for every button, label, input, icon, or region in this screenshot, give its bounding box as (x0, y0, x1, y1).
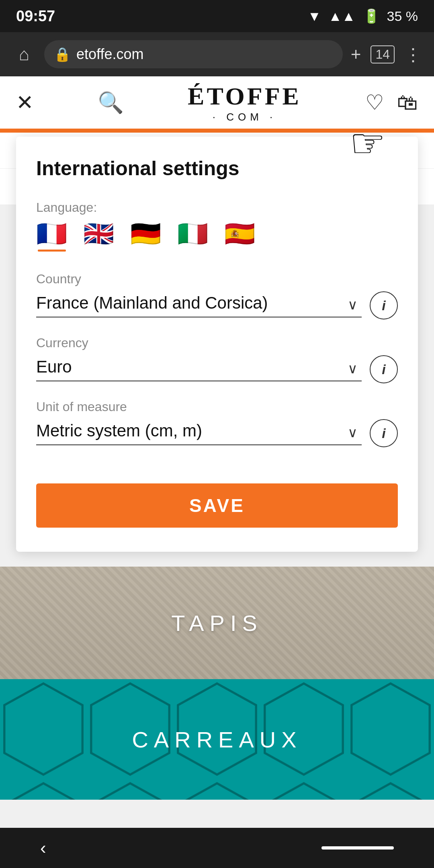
wishlist-icon[interactable]: ♡ (365, 90, 384, 115)
tab-count[interactable]: 14 (371, 45, 395, 63)
site-header: ✕ 🔍 ÉTOFFE · COM · ♡ 🛍 (0, 76, 434, 129)
measure-info-icon: i (382, 426, 385, 441)
language-de-button[interactable]: 🇩🇪 (130, 221, 161, 252)
it-inactive-indicator (179, 250, 207, 252)
de-inactive-indicator (132, 250, 160, 252)
measure-info-button[interactable]: i (370, 419, 398, 447)
language-fr-button[interactable]: 🇫🇷 (36, 221, 67, 252)
es-flag-icon: 🇪🇸 (224, 221, 255, 246)
home-icon[interactable]: ⌂ (12, 44, 36, 64)
status-bar: 09:57 ▼ ▲▲ 🔋 35 % (0, 0, 434, 32)
browser-bar: ⌂ 🔒 etoffe.com + 14 ⋮ (0, 32, 434, 76)
carreaux-section[interactable]: CARREAUX (0, 679, 434, 800)
language-es-button[interactable]: 🇪🇸 (224, 221, 255, 252)
currency-chevron-icon: ∨ (348, 360, 358, 377)
currency-value: Euro (36, 357, 72, 376)
lock-icon: 🔒 (54, 46, 71, 62)
language-it-button[interactable]: 🇮🇹 (177, 221, 208, 252)
site-logo: ÉTOFFE · COM · (188, 82, 301, 123)
home-pill[interactable] (321, 846, 394, 850)
language-gb-button[interactable]: 🇬🇧 (83, 221, 114, 252)
currency-info-icon: i (382, 362, 385, 377)
gb-flag-icon: 🇬🇧 (83, 221, 114, 246)
currency-row: Euro ∨ i (36, 355, 398, 383)
header-icons-right: ♡ 🛍 (365, 90, 418, 115)
wifi-icon: ▼ (308, 8, 321, 24)
tapis-label: TAPIS (171, 610, 263, 636)
language-section: Language: 🇫🇷 🇬🇧 🇩🇪 🇮🇹 🇪🇸 (36, 200, 398, 252)
es-inactive-indicator (226, 250, 254, 252)
currency-select[interactable]: Euro ∨ (36, 357, 362, 381)
measure-row: Metric system (cm, m) ∨ i (36, 419, 398, 447)
logo-main: ÉTOFFE (188, 82, 301, 110)
battery-percent: 35 % (387, 8, 418, 24)
fr-flag-icon: 🇫🇷 (36, 221, 67, 246)
it-flag-icon: 🇮🇹 (177, 221, 208, 246)
measure-value: Metric system (cm, m) (36, 421, 202, 440)
measure-label: Unit of measure (36, 399, 398, 414)
close-button[interactable]: ✕ (16, 90, 34, 115)
modal-title: International settings (36, 157, 398, 180)
signal-icon: ▲▲ (328, 8, 355, 24)
measure-select[interactable]: Metric system (cm, m) ∨ (36, 421, 362, 445)
orange-accent-bar (0, 129, 434, 133)
country-info-icon: i (382, 298, 385, 313)
search-icon[interactable]: 🔍 (98, 90, 124, 115)
phone-nav-bar: ‹ (0, 828, 434, 868)
status-time: 09:57 (16, 8, 55, 25)
international-settings-modal: International settings Language: 🇫🇷 🇬🇧 🇩… (16, 137, 418, 552)
currency-section: Currency Euro ∨ i (36, 336, 398, 383)
battery-icon: 🔋 (363, 8, 380, 24)
country-row: France (Mainland and Corsica) ∨ i (36, 291, 398, 319)
cart-icon[interactable]: 🛍 (397, 90, 418, 115)
language-flags-row: 🇫🇷 🇬🇧 🇩🇪 🇮🇹 🇪🇸 (36, 221, 398, 252)
logo-sub: · COM · (188, 111, 301, 123)
fr-active-indicator (38, 250, 66, 252)
country-chevron-icon: ∨ (348, 297, 358, 313)
save-button[interactable]: SAVE (36, 483, 398, 528)
content-sections: TAPIS CARREAUX (0, 567, 434, 800)
tapis-section[interactable]: TAPIS (0, 567, 434, 679)
menu-icon[interactable]: ⋮ (404, 44, 422, 65)
address-bar[interactable]: 🔒 etoffe.com (44, 40, 343, 68)
url-text: etoffe.com (76, 46, 143, 63)
country-section: Country France (Mainland and Corsica) ∨ … (36, 272, 398, 319)
language-label: Language: (36, 200, 398, 215)
browser-controls: + 14 ⋮ (351, 44, 422, 65)
currency-info-button[interactable]: i (370, 355, 398, 383)
country-select[interactable]: France (Mainland and Corsica) ∨ (36, 293, 362, 317)
status-icons: ▼ ▲▲ 🔋 35 % (308, 8, 418, 24)
country-info-button[interactable]: i (370, 291, 398, 319)
carreaux-label: CARREAUX (132, 727, 302, 753)
measure-chevron-icon: ∨ (348, 424, 358, 440)
country-value: France (Mainland and Corsica) (36, 293, 268, 312)
gb-inactive-indicator (85, 250, 113, 252)
currency-label: Currency (36, 336, 398, 350)
back-button[interactable]: ‹ (40, 838, 46, 858)
new-tab-icon[interactable]: + (351, 44, 361, 64)
de-flag-icon: 🇩🇪 (130, 221, 161, 246)
country-label: Country (36, 272, 398, 287)
measure-section: Unit of measure Metric system (cm, m) ∨ … (36, 399, 398, 447)
